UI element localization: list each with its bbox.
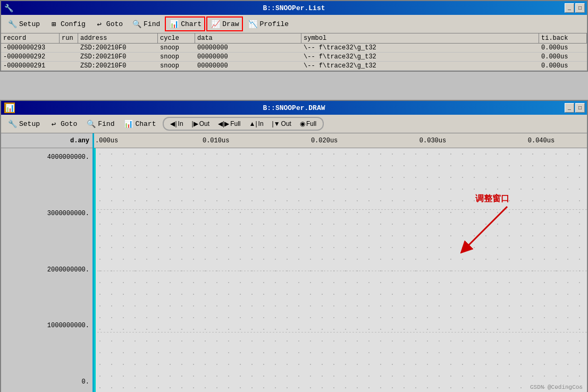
cell-tiback: 0.000us [539, 44, 587, 52]
plot-area: .000us 0.010us 0.020us 0.030us 0.040us [94, 133, 587, 392]
y-label-0: 0. [4, 378, 89, 386]
zoom-v-out-icon: |▼ [272, 120, 280, 127]
draw-window-icon: 📊 [4, 103, 15, 113]
cell-record: -0000000293 [1, 44, 60, 52]
annotation-text: 调整窗口 [475, 193, 509, 204]
svg-rect-1 [94, 148, 587, 392]
draw-chart-button[interactable]: 📊 Chart [119, 116, 159, 131]
arrow-svg [449, 201, 513, 265]
list-goto-button[interactable]: ↩ Goto [90, 16, 127, 31]
cell-address: ZSD:200210F0 [78, 62, 158, 70]
list-profile-button[interactable]: 📉 Profile [244, 16, 293, 31]
list-title-buttons: _ □ [565, 3, 585, 13]
col-header-tiback: ti.back [539, 33, 587, 43]
draw-minimize-button[interactable]: _ [565, 103, 574, 113]
list-window: 🔧 B::SNOOPer.List _ □ 🔧 Setup ⊞ Config ↩… [0, 0, 588, 72]
x-label-0: .000us [95, 137, 118, 144]
list-title-bar: 🔧 B::SNOOPer.List _ □ [1, 1, 587, 15]
cursor-line [94, 148, 96, 392]
table-header: record run address cycle data symbol ti.… [1, 33, 587, 44]
cell-tiback: 0.000us [539, 53, 587, 61]
grid-svg [94, 148, 587, 392]
list-toolbar: 🔧 Setup ⊞ Config ↩ Goto 🔍 Find 📊 Chart 📈… [1, 15, 587, 33]
cell-record: -0000000291 [1, 62, 60, 70]
chart-icon: 📊 [169, 19, 179, 29]
config-icon: ⊞ [48, 19, 59, 29]
list-find-button[interactable]: 🔍 Find [128, 16, 164, 31]
grid-area: 调整窗口 [94, 148, 587, 392]
watermark: CSDN @CodingCos [530, 384, 583, 390]
cell-address: ZSD:200210F0 [78, 44, 158, 52]
cell-cycle: snoop [158, 44, 195, 52]
draw-setup-button[interactable]: 🔧 Setup [3, 116, 44, 131]
col-header-cycle: cycle [158, 33, 195, 43]
cell-symbol: \-- f\trace32\g_t32 [301, 44, 539, 52]
list-chart-button[interactable]: 📊 Chart [165, 16, 205, 31]
goto-icon: ↩ [94, 19, 105, 29]
x-label-20: 0.020us [311, 137, 338, 144]
cell-cycle: snoop [158, 53, 195, 61]
table-row[interactable]: -0000000292 ZSD:200210F0 snoop 00000000 … [1, 53, 587, 62]
y-label-1b: 1000000000. [4, 322, 89, 329]
list-window-icon: 🔧 [4, 4, 13, 13]
col-header-data: data [195, 33, 301, 43]
list-minimize-button[interactable]: _ [565, 3, 574, 13]
x-label-30: 0.030us [419, 137, 446, 144]
zoom-v-in-icon: ▲| [249, 120, 257, 127]
draw-window: 📊 B::SNOOPer.DRAW _ □ 🔧 Setup ↩ Goto 🔍 F… [0, 100, 588, 392]
svg-line-6 [465, 207, 507, 249]
cell-address: ZSD:200210F0 [78, 53, 158, 61]
y-axis: d.any 4000000000. 3000000000. 2000000000… [1, 133, 94, 392]
zoom-v-in-button[interactable]: ▲| In [246, 119, 267, 129]
zoom-h-in-button[interactable]: ◀| In [167, 119, 186, 129]
draw-title-buttons: _ □ [565, 103, 585, 113]
draw-icon: 📈 [210, 19, 221, 29]
list-maximize-button[interactable]: □ [575, 3, 585, 13]
cell-symbol: \-- f\trace32\g_t32 [301, 62, 539, 70]
draw-window-title: B::SNOOPer.DRAW [263, 104, 325, 112]
zoom-h-full-icon: ◀|▶ [218, 120, 229, 127]
draw-wrench-icon: 🔧 [7, 118, 18, 129]
col-header-record: record [1, 33, 60, 43]
draw-chart-icon: 📊 [123, 118, 133, 129]
x-axis-row: .000us 0.010us 0.020us 0.030us 0.040us [94, 133, 587, 148]
col-header-run: run [60, 33, 78, 43]
list-config-button[interactable]: ⊞ Config [45, 16, 89, 31]
draw-find-button[interactable]: 🔍 Find [82, 116, 118, 131]
row-label: d.any [1, 133, 93, 148]
cell-data: 00000000 [195, 44, 301, 52]
zoom-h-in-icon: ◀| [170, 120, 177, 127]
wrench-icon: 🔧 [7, 19, 18, 29]
find-icon: 🔍 [131, 19, 142, 29]
chart-area: d.any 4000000000. 3000000000. 2000000000… [1, 133, 587, 392]
col-header-address: address [78, 33, 158, 43]
zoom-h-out-button[interactable]: |▶ Out [189, 119, 213, 129]
zoom-h-out-icon: |▶ [192, 120, 198, 127]
x-label-40: 0.040us [528, 137, 555, 144]
table-row[interactable]: -0000000293 ZSD:200210F0 snoop 00000000 … [1, 44, 587, 53]
zoom-v-full-button[interactable]: ◉ Full [297, 119, 320, 129]
cell-cycle: snoop [158, 62, 195, 70]
x-label-10: 0.010us [203, 137, 229, 144]
zoom-v-out-button[interactable]: |▼ Out [269, 119, 295, 129]
cell-run [60, 44, 78, 52]
cell-run [60, 62, 78, 70]
list-setup-button[interactable]: 🔧 Setup [3, 16, 44, 31]
cell-run [60, 53, 78, 61]
h-zoom-group: ◀| In |▶ Out ◀|▶ Full ▲| In |▼ Out ◉ Ful… [163, 117, 324, 131]
table-row[interactable]: -0000000291 ZSD:200210F0 snoop 00000000 … [1, 62, 587, 71]
cell-data: 00000000 [195, 62, 301, 70]
y-label-3b: 3000000000. [4, 210, 89, 217]
draw-title-bar: 📊 B::SNOOPer.DRAW _ □ [1, 101, 587, 115]
cell-tiback: 0.000us [539, 62, 587, 70]
draw-goto-button[interactable]: ↩ Goto [45, 116, 81, 131]
draw-toolbar: 🔧 Setup ↩ Goto 🔍 Find 📊 Chart ◀| In |▶ O… [1, 115, 587, 133]
zoom-h-full-button[interactable]: ◀|▶ Full [215, 119, 243, 129]
list-draw-button[interactable]: 📈 Draw [206, 16, 242, 31]
profile-icon: 📉 [248, 19, 258, 29]
cell-record: -0000000292 [1, 53, 60, 61]
zoom-v-full-icon: ◉ [300, 120, 305, 127]
draw-goto-icon: ↩ [48, 118, 59, 129]
draw-maximize-button[interactable]: □ [575, 103, 585, 113]
y-label-4b: 4000000000. [4, 154, 89, 161]
